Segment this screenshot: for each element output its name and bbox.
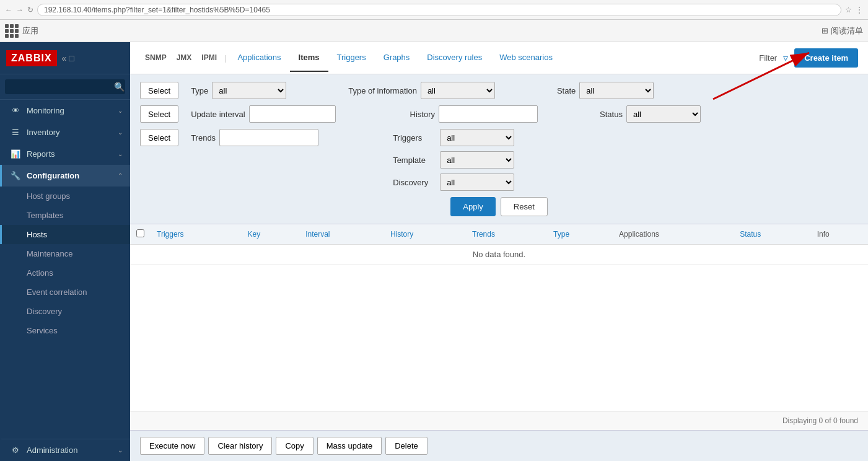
browser-bar: ← → ↻ 192.168.10.40/items.php?filter_set… bbox=[0, 0, 868, 20]
search-input[interactable] bbox=[10, 82, 114, 92]
copy-button[interactable]: Copy bbox=[276, 437, 313, 455]
menu-icon[interactable]: ⋮ bbox=[856, 6, 863, 14]
refresh-icon[interactable]: ↻ bbox=[27, 6, 33, 14]
select-button-2[interactable]: Select bbox=[140, 105, 178, 123]
header-key[interactable]: Key bbox=[241, 224, 299, 245]
header-trends[interactable]: Trends bbox=[466, 224, 547, 245]
filter-icon[interactable]: ▿ bbox=[783, 52, 788, 64]
template-select[interactable]: all bbox=[440, 151, 514, 169]
update-interval-filter: Update interval bbox=[191, 105, 335, 123]
tab-jmx[interactable]: JMX bbox=[172, 45, 197, 72]
discovery-label: Discovery bbox=[393, 178, 436, 187]
tab-web-scenarios[interactable]: Web scenarios bbox=[491, 44, 561, 72]
sidebar-item-hosts[interactable]: Hosts bbox=[0, 225, 130, 244]
sidebar-item-discovery[interactable]: Discovery bbox=[0, 302, 130, 321]
reader-view[interactable]: ⊞ 阅读清单 bbox=[822, 25, 863, 37]
state-select[interactable]: all bbox=[579, 82, 654, 99]
no-data-message: No data found. bbox=[130, 245, 868, 265]
monitoring-icon: 👁 bbox=[9, 106, 22, 115]
nav-configuration[interactable]: 🔧 Configuration ⌃ bbox=[0, 165, 130, 187]
page-header: SNMP JMX IPMI | Applications Items Trigg… bbox=[130, 42, 868, 74]
mass-update-button[interactable]: Mass update bbox=[317, 437, 382, 455]
zabbix-logo: ZABBIX bbox=[6, 50, 57, 66]
discovery-select[interactable]: all bbox=[440, 173, 514, 191]
header-history[interactable]: History bbox=[384, 224, 466, 245]
trends-filter: Trends bbox=[191, 129, 318, 146]
sidebar-item-templates[interactable]: Templates bbox=[0, 206, 130, 225]
status-label: Status bbox=[600, 110, 623, 119]
expand-icon[interactable]: □ bbox=[69, 53, 74, 63]
back-icon[interactable]: ← bbox=[5, 6, 12, 14]
tab-graphs[interactable]: Graphs bbox=[375, 44, 419, 72]
trends-input[interactable] bbox=[219, 129, 318, 146]
inventory-arrow: ⌄ bbox=[118, 129, 123, 136]
sidebar-item-services[interactable]: Services bbox=[0, 321, 130, 340]
items-table: Triggers Key Interval History Trends Typ… bbox=[130, 224, 868, 265]
type-select[interactable]: all bbox=[212, 82, 286, 99]
reset-button[interactable]: Reset bbox=[501, 197, 548, 216]
nav-administration[interactable]: ⚙ Administration ⌄ bbox=[0, 439, 130, 461]
header-checkbox bbox=[130, 224, 151, 245]
url-bar[interactable]: 192.168.10.40/items.php?filter_set=1&fil… bbox=[37, 4, 841, 16]
sidebar-item-maintenance[interactable]: Maintenance bbox=[0, 244, 130, 263]
triggers-select[interactable]: all bbox=[440, 129, 514, 146]
header-triggers[interactable]: Triggers bbox=[151, 224, 241, 245]
history-filter: History bbox=[410, 105, 538, 123]
header-info: Info bbox=[811, 224, 868, 245]
sidebar-item-event-correlation[interactable]: Event correlation bbox=[0, 283, 130, 302]
apply-button[interactable]: Apply bbox=[450, 197, 496, 216]
administration-icon: ⚙ bbox=[9, 446, 22, 455]
select-button-3[interactable]: Select bbox=[140, 129, 178, 146]
tab-discovery-rules[interactable]: Discovery rules bbox=[418, 44, 491, 72]
filter-row-1: Select Type all Type of information all bbox=[140, 82, 858, 99]
state-label: State bbox=[557, 86, 576, 95]
apps-grid-icon[interactable] bbox=[5, 24, 19, 38]
administration-arrow: ⌄ bbox=[118, 447, 123, 454]
select-all-checkbox[interactable] bbox=[136, 229, 144, 237]
nav-inventory-label: Inventory bbox=[27, 128, 118, 137]
tab-items[interactable]: Items bbox=[290, 44, 328, 72]
tab-separator: | bbox=[222, 53, 229, 63]
nav-monitoring[interactable]: 👁 Monitoring ⌄ bbox=[0, 100, 130, 121]
delete-button[interactable]: Delete bbox=[385, 437, 427, 455]
status-select[interactable]: all bbox=[626, 105, 701, 123]
nav-inventory[interactable]: ☰ Inventory ⌄ bbox=[0, 121, 130, 143]
template-filter: Template all bbox=[393, 151, 514, 169]
select-button-1[interactable]: Select bbox=[140, 82, 178, 99]
type-filter: Type all bbox=[191, 82, 286, 99]
create-item-button[interactable]: Create item bbox=[794, 48, 858, 68]
tab-applications[interactable]: Applications bbox=[229, 44, 289, 72]
trends-label: Trends bbox=[191, 133, 216, 143]
nav-reports[interactable]: 📊 Reports ⌄ bbox=[0, 143, 130, 165]
tab-triggers[interactable]: Triggers bbox=[328, 44, 375, 72]
triggers-filter: Triggers all bbox=[393, 129, 514, 146]
nav-administration-label: Administration bbox=[27, 446, 118, 455]
filter-row-3: Select Trends Triggers all bbox=[140, 129, 858, 191]
header-type[interactable]: Type bbox=[547, 224, 613, 245]
tab-snmp[interactable]: SNMP bbox=[140, 45, 172, 72]
sidebar-item-actions[interactable]: Actions bbox=[0, 263, 130, 283]
clear-history-button[interactable]: Clear history bbox=[208, 437, 272, 455]
apps-label[interactable]: 应用 bbox=[22, 25, 38, 37]
collapse-icon[interactable]: « bbox=[62, 53, 67, 63]
right-filters: Triggers all Template all Di bbox=[393, 129, 514, 191]
forward-icon[interactable]: → bbox=[16, 6, 24, 14]
header-status[interactable]: Status bbox=[734, 224, 810, 245]
sidebar-item-host-groups[interactable]: Host groups bbox=[0, 187, 130, 206]
search-bar: 🔍 bbox=[0, 74, 130, 100]
nav-configuration-label: Configuration bbox=[27, 171, 118, 180]
history-input[interactable] bbox=[439, 105, 538, 123]
inventory-icon: ☰ bbox=[9, 128, 22, 137]
header-interval[interactable]: Interval bbox=[299, 224, 384, 245]
type-of-information-label: Type of information bbox=[348, 86, 417, 95]
update-interval-input[interactable] bbox=[249, 105, 336, 123]
type-of-information-select[interactable]: all bbox=[421, 82, 495, 99]
execute-now-button[interactable]: Execute now bbox=[140, 437, 204, 455]
tab-ipmi[interactable]: IPMI bbox=[196, 45, 222, 72]
sidebar-header: ZABBIX « □ bbox=[0, 42, 130, 74]
table-footer: Displaying 0 of 0 found bbox=[130, 411, 868, 430]
top-chrome: 应用 ⊞ 阅读清单 bbox=[0, 20, 868, 42]
header-applications: Applications bbox=[613, 224, 734, 245]
display-info: Displaying 0 of 0 found bbox=[783, 416, 858, 425]
bookmark-icon[interactable]: ☆ bbox=[845, 6, 852, 14]
